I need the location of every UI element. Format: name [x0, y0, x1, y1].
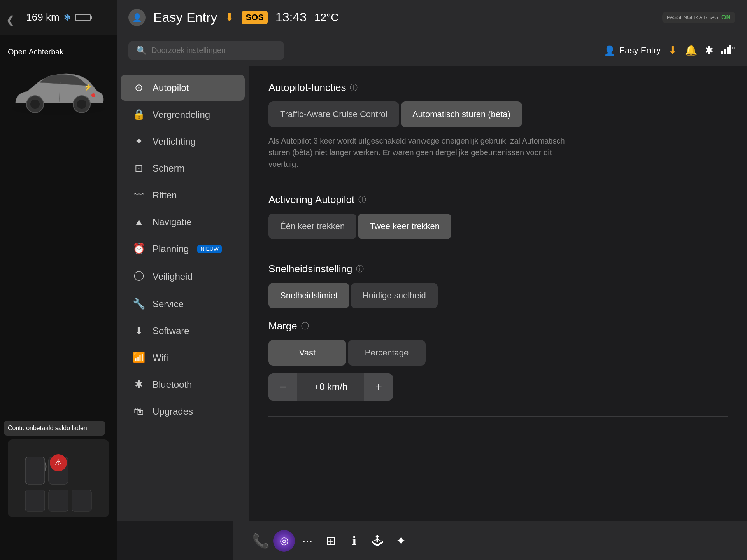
sidebar-label-autopilot: Autopilot: [153, 82, 189, 93]
sidebar-item-vergrendeling[interactable]: 🔒 Vergrendeling: [121, 102, 245, 128]
svg-point-6: [91, 93, 95, 97]
een-keer-button[interactable]: Één keer trekken: [268, 214, 356, 239]
sidebar-item-navigatie[interactable]: ▲ Navigatie: [121, 209, 245, 235]
car-illustration: Open Achterbak ⚡: [4, 39, 113, 140]
sidebar-label-ritten: Ritten: [153, 190, 177, 201]
dots-icon: ···: [302, 534, 313, 548]
automatisch-sturen-button[interactable]: Automatisch sturen (bèta): [401, 102, 522, 127]
marge-buttons: Vast Percentage: [268, 340, 728, 366]
vast-button[interactable]: Vast: [268, 340, 346, 366]
sidebar-item-autopilot[interactable]: ⊙ Autopilot: [121, 75, 245, 101]
speed-offset-control: − +0 km/h +: [268, 373, 393, 401]
airbag-label: PASSENGER AIRBAG: [667, 14, 718, 20]
sidebar-label-veiligheid: Veiligheid: [153, 271, 193, 282]
sidebar-item-bluetooth[interactable]: ✱ Bluetooth: [121, 371, 245, 397]
sidebar-label-planning: Planning: [153, 243, 189, 254]
svg-rect-10: [25, 457, 45, 484]
signal-icon-header: LTE: [721, 44, 735, 57]
search-box[interactable]: 🔍: [128, 41, 284, 60]
percentage-button[interactable]: Percentage: [348, 340, 426, 366]
scherm-icon: ⊡: [132, 162, 146, 174]
game-icon: 🕹: [372, 534, 383, 548]
svg-rect-16: [724, 49, 726, 54]
autopilot-icon: ⊙: [132, 82, 146, 94]
svg-rect-15: [721, 51, 723, 54]
svg-point-0: [12, 103, 105, 115]
sidebar-label-scherm: Scherm: [153, 163, 185, 174]
twee-keer-button[interactable]: Twee keer trekken: [358, 214, 451, 239]
left-arrow[interactable]: ❮: [6, 14, 15, 26]
taskbar-camera[interactable]: ◎: [272, 529, 296, 553]
sidebar-item-veiligheid[interactable]: ⓘ Veiligheid: [121, 262, 245, 290]
main-content: ⊙ Autopilot 🔒 Vergrendeling ✦ Verlichtin…: [117, 66, 747, 521]
person-icon: 👤: [604, 45, 615, 56]
sos-badge[interactable]: SOS: [242, 11, 267, 24]
huidige-snelheid-button[interactable]: Huidige snelheid: [351, 283, 438, 308]
bluetooth-icon: ✱: [132, 378, 146, 390]
taskbar-dots[interactable]: ···: [296, 529, 319, 553]
open-achterbak-label[interactable]: Open Achterbak: [8, 47, 63, 57]
veiligheid-icon: ⓘ: [132, 270, 146, 283]
content-area: Autopilot-functies ⓘ Traffic-Aware Cruis…: [249, 66, 747, 521]
verlichting-icon: ✦: [132, 135, 146, 147]
sidebar-item-software[interactable]: ⬇ Software: [121, 318, 245, 344]
sidebar-item-scherm[interactable]: ⊡ Scherm: [121, 155, 245, 181]
sidebar-item-wifi[interactable]: 📶 Wifi: [121, 345, 245, 371]
left-top-bar: ❮ 169 km ❄: [0, 0, 117, 35]
activering-info-icon[interactable]: ⓘ: [358, 194, 366, 205]
activering-title: Activering Autopilot ⓘ: [268, 194, 728, 206]
sidebar-item-service[interactable]: 🔧 Service: [121, 291, 245, 317]
autopilot-functies-title: Autopilot-functies ⓘ: [268, 82, 728, 94]
taskbar-media[interactable]: ⊞: [319, 529, 342, 553]
sidebar-label-bluetooth: Bluetooth: [153, 379, 192, 390]
svg-rect-13: [49, 490, 68, 511]
traffic-aware-button[interactable]: Traffic-Aware Cruise Control: [268, 102, 399, 127]
taskbar-phone[interactable]: 📞: [249, 529, 272, 553]
notification-text: Contr. onbetaald saldo laden: [8, 425, 87, 431]
sidebar-item-ritten[interactable]: 〰 Ritten: [121, 182, 245, 208]
divider-1: [268, 182, 728, 182]
download-icon-header[interactable]: ⬇: [668, 44, 677, 56]
battery-km: 169 km: [26, 11, 59, 23]
snelheidslimiet-button[interactable]: Snelheidslimiet: [268, 283, 349, 308]
snowflake-icon: ❄: [63, 12, 71, 23]
search-input[interactable]: [151, 46, 276, 55]
sidebar: ⊙ Autopilot 🔒 Vergrendeling ✦ Verlichtin…: [117, 66, 249, 521]
snelheid-info-icon[interactable]: ⓘ: [356, 264, 364, 274]
phone-icon: 📞: [252, 533, 270, 549]
sidebar-label-software: Software: [153, 326, 189, 336]
svg-rect-12: [25, 490, 45, 511]
autopilot-info-icon[interactable]: ⓘ: [350, 82, 358, 93]
info-icon-taskbar: ℹ: [352, 534, 356, 548]
profile-name-display: 👤 Easy Entry: [604, 45, 661, 56]
wifi-icon: 📶: [132, 352, 146, 364]
marge-info-icon[interactable]: ⓘ: [301, 321, 309, 331]
speed-offset-value: +0 km/h: [297, 374, 365, 399]
music-icon: ✦: [396, 534, 406, 548]
speed-minus-button[interactable]: −: [268, 373, 297, 401]
taskbar-game[interactable]: 🕹: [366, 529, 389, 553]
second-bar: 🔍 👤 Easy Entry ⬇ 🔔 ✱ LTE: [117, 35, 747, 66]
svg-point-4: [77, 100, 86, 109]
bluetooth-icon-header[interactable]: ✱: [705, 44, 714, 56]
header-icons: ⬇ 🔔 ✱ LTE: [668, 44, 735, 57]
battery-bar: [75, 14, 91, 21]
temperature-display: 12°C: [314, 11, 339, 24]
taskbar-info[interactable]: ℹ: [342, 529, 366, 553]
speed-plus-button[interactable]: +: [364, 373, 393, 401]
payment-notification[interactable]: Contr. onbetaald saldo laden: [4, 421, 105, 436]
sidebar-item-upgrades[interactable]: 🛍 Upgrades: [121, 398, 245, 424]
download-icon-top[interactable]: ⬇: [225, 11, 234, 24]
divider-3: [268, 416, 728, 416]
activering-buttons: Één keer trekken Twee keer trekken: [268, 214, 728, 239]
sidebar-item-planning[interactable]: ⏰ Planning NIEUW: [121, 236, 245, 262]
top-bar-title: Easy Entry: [153, 10, 217, 25]
tesla-ui: 👤 Easy Entry ⬇ SOS 13:43 12°C PASSENGER …: [117, 0, 747, 560]
left-panel: ❮ 169 km ❄ Open Achterbak: [0, 0, 117, 560]
sidebar-label-upgrades: Upgrades: [153, 406, 193, 417]
taskbar-music[interactable]: ✦: [389, 529, 412, 553]
sidebar-label-verlichting: Verlichting: [153, 136, 196, 147]
bell-icon[interactable]: 🔔: [685, 44, 697, 56]
sidebar-item-verlichting[interactable]: ✦ Verlichting: [121, 128, 245, 154]
seat-warning-icon: ⚠: [50, 454, 67, 471]
